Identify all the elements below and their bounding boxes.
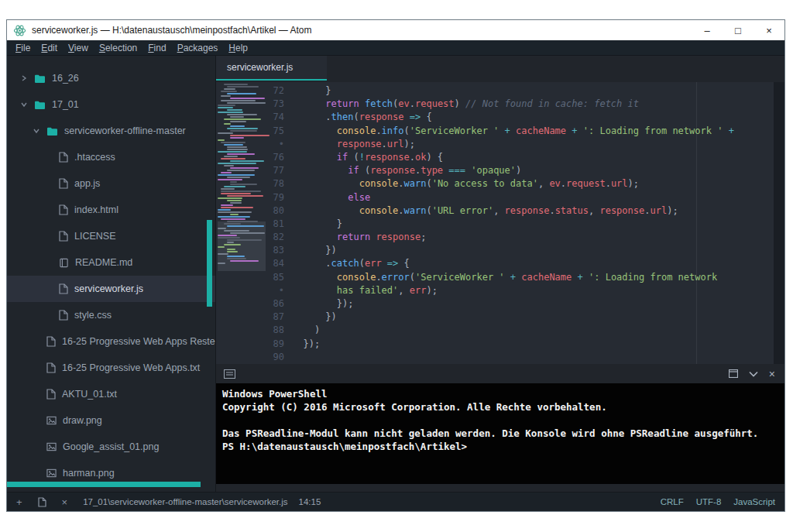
minimap-line xyxy=(227,251,238,252)
tree-item-serviceworker-js[interactable]: serviceworker.js xyxy=(7,276,215,302)
code-text[interactable]: }) xyxy=(292,244,337,257)
code-line-80: 80 console.warn('URL error', response.st… xyxy=(266,204,774,218)
code-text[interactable]: if (response.type === 'opaque') xyxy=(292,164,521,177)
line-number: 84 xyxy=(266,257,292,270)
minimap-line xyxy=(227,86,259,88)
minimap-line xyxy=(218,246,225,248)
editor-scrollbar-track[interactable] xyxy=(774,82,784,364)
tree-vertical-scrollbar[interactable] xyxy=(207,220,212,307)
menu-selection[interactable]: Selection xyxy=(94,43,142,53)
maximize-button[interactable]: □ xyxy=(723,20,754,40)
minimap-line xyxy=(218,107,233,108)
code-text[interactable]: } xyxy=(292,84,331,98)
terminal-close-icon[interactable]: × xyxy=(769,369,775,379)
minimap-line xyxy=(230,214,239,215)
code-text[interactable]: has failed', err); xyxy=(292,284,438,297)
code-editor[interactable]: 72 }73 return fetch(ev.request) // Not f… xyxy=(266,82,774,364)
tree-item-google-assist-01-png[interactable]: Google_assist_01.png xyxy=(7,434,215,460)
file-icon[interactable] xyxy=(38,497,46,507)
code-text[interactable]: if (!response.ok) { xyxy=(292,151,443,164)
tree-item-16-25-progressive-web-apps-reste-txt[interactable]: 16-25 Progressive Web Apps Reste.txt xyxy=(7,328,215,355)
minimap-line xyxy=(221,95,231,97)
minimap-line xyxy=(218,163,256,164)
tree-item-label: README.md xyxy=(75,257,132,268)
tree-items: 16_2617_01serviceworker-offline-master.h… xyxy=(7,65,215,486)
minimap[interactable] xyxy=(218,82,266,271)
line-number: 89 xyxy=(266,338,292,351)
status-javascript[interactable]: JavaScript xyxy=(733,497,775,506)
status-utf-8[interactable]: UTF-8 xyxy=(696,497,722,506)
tree-item-license[interactable]: LICENSE xyxy=(7,223,215,249)
line-number: 74 xyxy=(266,111,292,124)
code-line-74: 74 .then(response => { xyxy=(266,111,774,124)
tree-item-16-25-progressive-web-apps-txt[interactable]: 16-25 Progressive Web Apps.txt xyxy=(7,355,215,381)
code-text[interactable]: .catch(err => { xyxy=(292,257,410,270)
plus-icon[interactable]: + xyxy=(16,497,22,507)
tree-item-label: style.css xyxy=(74,310,112,321)
chevron-down-icon[interactable] xyxy=(32,127,40,135)
tree-item-readme-md[interactable]: README.md xyxy=(7,249,215,276)
line-number: 85 xyxy=(266,271,292,284)
menu-file[interactable]: File xyxy=(10,43,36,53)
chevron-down-icon[interactable] xyxy=(19,101,28,108)
code-text[interactable]: ) xyxy=(292,324,320,337)
menu-edit[interactable]: Edit xyxy=(36,43,63,53)
tree-item-app-js[interactable]: app.js xyxy=(7,170,215,197)
code-text[interactable]: response.url); xyxy=(292,138,415,151)
tree-item-index-html[interactable]: index.html xyxy=(7,197,215,223)
code-text[interactable]: return response; xyxy=(292,231,426,244)
code-text[interactable]: }); xyxy=(292,338,320,351)
menu-help[interactable]: Help xyxy=(223,43,253,53)
tree-item-style-css[interactable]: style.css xyxy=(7,302,215,328)
code-text[interactable]: console.warn('No access to data', ev.req… xyxy=(292,177,639,190)
line-number: 82 xyxy=(266,231,292,244)
tree-item-serviceworker-offline-master[interactable]: serviceworker-offline-master xyxy=(7,118,215,144)
minimap-line xyxy=(230,137,244,139)
code-text[interactable]: else xyxy=(292,191,370,204)
terminal[interactable]: Windows PowerShellCopyright (C) 2016 Mic… xyxy=(216,383,784,484)
code-line-wrap: • has failed', err); xyxy=(266,284,774,297)
tab-serviceworker-js[interactable]: serviceworker.js xyxy=(216,56,327,81)
tree-item-16-26[interactable]: 16_26 xyxy=(7,65,215,91)
code-text[interactable]: }); xyxy=(292,297,353,311)
terminal-collapse-icon[interactable] xyxy=(749,371,758,377)
code-text[interactable]: console.error('ServiceWorker ' + cacheNa… xyxy=(292,271,717,284)
close-button[interactable]: × xyxy=(754,20,784,40)
line-number: 78 xyxy=(266,177,292,190)
tree-item-aktu-01-txt[interactable]: AKTU_01.txt xyxy=(7,381,215,407)
menu-view[interactable]: View xyxy=(63,43,94,53)
minimap-line xyxy=(221,218,245,220)
main-body: 16_2617_01serviceworker-offline-master.h… xyxy=(7,56,784,492)
minimap-line xyxy=(221,204,233,206)
minimap-line xyxy=(227,114,257,115)
tree-item-17-01[interactable]: 17_01 xyxy=(7,91,215,118)
code-text[interactable]: console.info('ServiceWorker ' + cacheNam… xyxy=(292,125,734,138)
code-text[interactable]: return fetch(ev.request) // Not found in… xyxy=(292,98,639,111)
code-line-72: 72 } xyxy=(266,84,774,98)
folder-icon xyxy=(46,126,58,136)
close-terminal-icon[interactable]: × xyxy=(62,497,68,507)
minimap-line xyxy=(224,244,241,245)
terminal-maximize-icon[interactable] xyxy=(729,369,738,378)
minimap-line xyxy=(221,172,232,173)
tree-item-label: Google_assist_01.png xyxy=(63,441,159,452)
code-text[interactable]: console.warn('URL error', response.statu… xyxy=(292,204,678,218)
minimap-line xyxy=(227,239,262,241)
chevron-right-icon[interactable] xyxy=(19,74,28,82)
tree-horizontal-scrollbar[interactable] xyxy=(7,482,201,487)
status-crlf[interactable]: CRLF xyxy=(661,497,684,506)
minimap-line xyxy=(221,188,235,190)
code-text[interactable]: }) xyxy=(292,311,337,324)
minimap-line xyxy=(230,116,244,118)
code-text[interactable]: } xyxy=(292,218,342,231)
minimap-line xyxy=(224,144,243,146)
menu-find[interactable]: Find xyxy=(142,43,171,53)
code-line-79: 79 else xyxy=(266,191,774,204)
menu-packages[interactable]: Packages xyxy=(172,43,224,53)
tree-item-draw-png[interactable]: draw.png xyxy=(7,407,215,434)
terminal-list-icon[interactable] xyxy=(224,369,235,379)
minimize-button[interactable]: – xyxy=(692,20,723,40)
code-text[interactable]: .then(response => { xyxy=(292,111,432,124)
tree-item--htaccess[interactable]: .htaccess xyxy=(7,144,215,170)
status-cursor-position[interactable]: 14:15 xyxy=(299,497,321,506)
